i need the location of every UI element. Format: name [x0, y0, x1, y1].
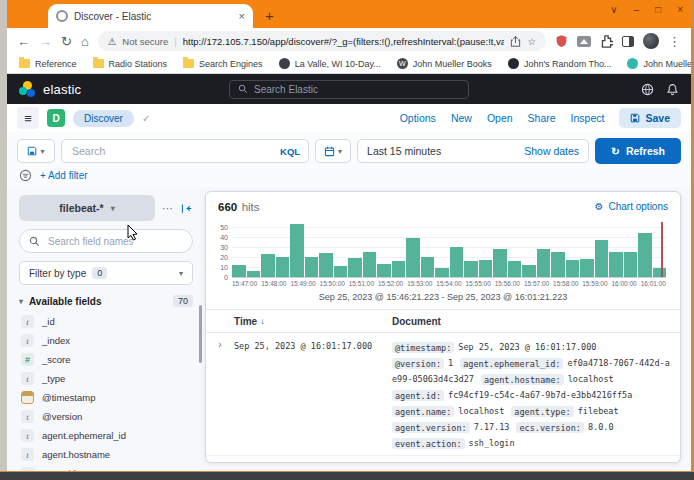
- bookmark-item[interactable]: John's Random Tho...: [508, 58, 612, 69]
- histogram-bar[interactable]: [508, 261, 522, 277]
- alerts-bell-icon[interactable]: [666, 83, 679, 96]
- histogram-bar[interactable]: [261, 254, 275, 277]
- field-item[interactable]: t_type: [19, 369, 193, 388]
- refresh-button[interactable]: ↻ Refresh: [595, 138, 681, 164]
- time-column-header[interactable]: Time: [234, 316, 257, 327]
- index-options-icon[interactable]: ⋯: [162, 202, 173, 215]
- kql-badge[interactable]: KQL: [280, 146, 300, 157]
- histogram-bar[interactable]: [566, 260, 580, 277]
- reload-icon[interactable]: ↻: [61, 35, 72, 48]
- available-fields-header[interactable]: ▾ Available fields 70: [19, 295, 193, 307]
- histogram-bar[interactable]: [377, 264, 391, 277]
- field-item[interactable]: #_score: [19, 350, 193, 369]
- search-input[interactable]: [70, 144, 274, 158]
- filter-settings-icon[interactable]: [19, 169, 32, 182]
- chart-options-button[interactable]: ⚙ Chart options: [595, 201, 668, 212]
- show-dates-link[interactable]: Show dates: [524, 145, 579, 157]
- histogram-bar[interactable]: [464, 261, 478, 277]
- histogram-bar[interactable]: [348, 258, 362, 277]
- histogram-bar[interactable]: [363, 252, 377, 277]
- histogram-bar[interactable]: [276, 257, 290, 277]
- add-filter-link[interactable]: + Add filter: [40, 170, 88, 181]
- histogram-bar[interactable]: [537, 249, 551, 277]
- expand-row-icon[interactable]: ›: [206, 339, 234, 451]
- histogram-bar[interactable]: [580, 259, 594, 277]
- global-search[interactable]: Search Elastic: [229, 80, 469, 99]
- index-pattern-select[interactable]: filebeat-* ▾: [19, 195, 155, 221]
- histogram-bar[interactable]: [638, 233, 652, 277]
- histogram-bar[interactable]: [319, 253, 333, 277]
- profile-avatar[interactable]: [643, 33, 659, 49]
- histogram-bar[interactable]: [334, 266, 348, 277]
- histogram-bar[interactable]: [421, 257, 435, 277]
- histogram-bar[interactable]: [653, 268, 667, 277]
- new-tab-button[interactable]: +: [265, 8, 274, 23]
- field-item[interactable]: t@version: [19, 407, 193, 426]
- collapse-sidebar-icon[interactable]: [180, 203, 193, 214]
- tab-close-icon[interactable]: ×: [239, 10, 245, 22]
- histogram-bar[interactable]: [406, 238, 420, 277]
- chrome-menu-icon[interactable]: ⋮: [668, 35, 681, 48]
- histogram-bars[interactable]: [232, 222, 666, 278]
- histogram-bar[interactable]: [305, 257, 319, 277]
- adblock-extension-icon[interactable]: [555, 34, 568, 48]
- bookmark-item[interactable]: John Mueller Books...: [627, 58, 691, 69]
- histogram-bar[interactable]: [392, 261, 406, 277]
- bookmark-star-icon[interactable]: ☆: [527, 36, 536, 47]
- breadcrumb[interactable]: Discover: [73, 110, 134, 127]
- field-item[interactable]: tagent.hostname: [19, 445, 193, 464]
- field-item[interactable]: @timestamp: [19, 388, 193, 407]
- histogram-bar[interactable]: [522, 265, 536, 277]
- address-bar[interactable]: ⚠ Not secure | http://172.105.7.150/app/…: [98, 31, 546, 51]
- histogram-bar[interactable]: [247, 271, 261, 277]
- histogram-bar[interactable]: [479, 260, 493, 277]
- time-range-control[interactable]: Last 15 minutes Show dates: [357, 139, 589, 163]
- histogram-bar[interactable]: [435, 268, 449, 277]
- field-item[interactable]: tagent.id: [19, 464, 193, 471]
- side-panel-icon[interactable]: [622, 36, 634, 47]
- home-icon[interactable]: ⌂: [81, 35, 89, 48]
- histogram-bar[interactable]: [232, 265, 246, 277]
- back-icon[interactable]: ←: [17, 35, 30, 48]
- field-item[interactable]: t_index: [19, 331, 193, 350]
- histogram-bar[interactable]: [290, 224, 304, 277]
- date-picker-button[interactable]: ▾: [315, 139, 351, 163]
- toolbar-menu-share[interactable]: Share: [528, 112, 556, 124]
- maximize-button[interactable]: □: [655, 4, 661, 15]
- bookmark-item[interactable]: WJohn Mueller Books: [397, 58, 492, 69]
- field-search-input[interactable]: [46, 235, 183, 248]
- histogram-bar[interactable]: [624, 252, 638, 277]
- cloud-help-icon[interactable]: [641, 83, 654, 96]
- save-button[interactable]: Save: [619, 108, 681, 128]
- screenshot-extension-icon[interactable]: [577, 36, 591, 47]
- time-range-label[interactable]: Last 15 minutes: [367, 145, 441, 157]
- forward-icon[interactable]: →: [39, 35, 52, 48]
- browser-tab[interactable]: Discover - Elastic ×: [48, 4, 253, 28]
- bookmark-item[interactable]: La Valle, WI 10-Day...: [279, 58, 381, 69]
- saved-query-button[interactable]: ▾: [17, 139, 55, 163]
- sort-descending-icon[interactable]: ↓: [260, 316, 265, 326]
- table-row[interactable]: ›Sep 25, 2023 @ 16:01:17.000@timestamp:S…: [206, 456, 680, 462]
- histogram-bar[interactable]: [493, 249, 507, 277]
- histogram-bar[interactable]: [450, 247, 464, 277]
- elastic-logo-icon[interactable]: [19, 81, 36, 98]
- field-list-scrollbar[interactable]: [199, 305, 202, 363]
- bookmark-item[interactable]: Radio Stations: [93, 59, 168, 69]
- tab-search-icon[interactable]: ∨: [610, 4, 617, 15]
- toolbar-menu-options[interactable]: Options: [400, 112, 436, 124]
- query-input-box[interactable]: KQL: [61, 139, 309, 163]
- space-avatar[interactable]: D: [47, 109, 65, 127]
- toolbar-menu-open[interactable]: Open: [487, 112, 513, 124]
- toolbar-menu-inspect[interactable]: Inspect: [571, 112, 605, 124]
- close-button[interactable]: ×: [677, 4, 683, 15]
- histogram-bar[interactable]: [551, 252, 565, 277]
- bookmark-item[interactable]: Reference: [19, 59, 77, 69]
- field-search-box[interactable]: [19, 229, 193, 253]
- histogram-bar[interactable]: [609, 252, 623, 277]
- share-icon[interactable]: [510, 36, 521, 47]
- filter-by-type-select[interactable]: Filter by type 0 ▾: [19, 261, 193, 285]
- table-row[interactable]: ›Sep 25, 2023 @ 16:01:17.000@timestamp:S…: [206, 333, 680, 456]
- toolbar-menu-new[interactable]: New: [451, 112, 472, 124]
- extensions-puzzle-icon[interactable]: [600, 35, 613, 48]
- field-item[interactable]: t_id: [19, 312, 193, 331]
